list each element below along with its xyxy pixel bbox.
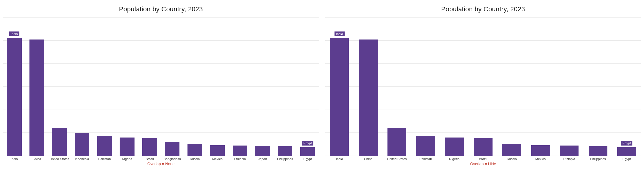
bar[interactable] <box>29 40 44 156</box>
bar[interactable] <box>502 144 521 156</box>
x-axis-label: Mexico <box>526 157 555 161</box>
bar-group <box>498 17 526 156</box>
x-axis-label: China <box>354 157 383 161</box>
bar-group <box>71 17 93 156</box>
bar-group <box>274 17 296 156</box>
bar-group: India <box>3 17 26 156</box>
bar[interactable] <box>255 146 270 156</box>
bar-group <box>584 17 612 156</box>
bar[interactable]: India <box>330 38 349 156</box>
bar-top-label: India <box>334 31 345 36</box>
bar[interactable] <box>165 142 179 156</box>
bar-group: Egypt <box>612 17 641 156</box>
x-axis-label: Bangladesh <box>161 157 184 161</box>
chart-right-overlap-label: Overlap = Hide <box>470 162 496 166</box>
bar[interactable] <box>531 145 550 156</box>
chart-right: Population by Country, 2023 IndiaEgypt I… <box>322 0 644 169</box>
bar-group: India <box>325 17 354 156</box>
bar[interactable] <box>474 138 493 156</box>
bar-group <box>440 17 469 156</box>
bar-group <box>469 17 498 156</box>
bar-group <box>48 17 71 156</box>
x-axis-label: Egypt <box>612 157 641 161</box>
x-axis-label: Brazil <box>469 157 498 161</box>
x-axis-label: Ethiopia <box>229 157 251 161</box>
x-axis-label: Egypt <box>296 157 319 161</box>
bar[interactable] <box>359 40 378 156</box>
x-axis-label: China <box>26 157 48 161</box>
chart-left: Population by Country, 2023 IndiaEgypt I… <box>0 0 322 169</box>
chart-left-overlap-label: Overlap = None <box>147 162 174 166</box>
x-axis-label: Indonesia <box>71 157 93 161</box>
x-axis-label: Brazil <box>138 157 161 161</box>
bar[interactable]: Egypt <box>300 147 315 156</box>
bar-top-label: India <box>9 31 19 36</box>
bar[interactable] <box>52 128 67 156</box>
x-axis-label: United States <box>383 157 412 161</box>
bar[interactable] <box>210 145 225 156</box>
bar-group <box>526 17 555 156</box>
bar[interactable] <box>445 138 464 156</box>
bar-group <box>26 17 48 156</box>
bar-group <box>93 17 116 156</box>
bar-top-label: Egypt <box>302 141 313 146</box>
x-axis-label: India <box>3 157 26 161</box>
bar[interactable] <box>97 136 112 156</box>
bar[interactable]: Egypt <box>617 147 636 156</box>
bar-group <box>383 17 412 156</box>
bar-group <box>138 17 161 156</box>
x-axis-label: United States <box>48 157 71 161</box>
chart-left-title: Population by Country, 2023 <box>119 5 203 13</box>
chart-right-bars-wrapper: IndiaEgypt <box>325 17 641 156</box>
bar[interactable] <box>589 146 607 156</box>
x-axis-label: Pakistan <box>411 157 440 161</box>
bar[interactable] <box>233 146 247 156</box>
bar[interactable] <box>416 136 435 156</box>
bar[interactable] <box>387 128 406 156</box>
bar[interactable] <box>75 133 89 156</box>
chart-right-area: IndiaEgypt IndiaChinaUnited StatesPakist… <box>325 17 641 161</box>
bar-group <box>116 17 138 156</box>
bar[interactable] <box>560 146 579 156</box>
bar[interactable] <box>120 138 134 156</box>
x-axis-label: Nigeria <box>440 157 469 161</box>
bar-group <box>206 17 229 156</box>
x-axis-label: Russia <box>498 157 526 161</box>
chart-left-bars-wrapper: IndiaEgypt <box>3 17 319 156</box>
x-axis-label: Philippines <box>584 157 612 161</box>
bar-group <box>251 17 274 156</box>
x-axis-label: Japan <box>251 157 274 161</box>
bar[interactable] <box>187 144 202 156</box>
bar-group <box>354 17 383 156</box>
bar-top-label: Egypt <box>621 141 632 146</box>
bar-group <box>161 17 184 156</box>
x-axis-label: Pakistan <box>93 157 116 161</box>
bar[interactable] <box>278 146 292 156</box>
bar[interactable] <box>142 138 157 156</box>
bar-group <box>555 17 584 156</box>
x-axis-label: Nigeria <box>116 157 138 161</box>
x-axis-label: Ethiopia <box>555 157 584 161</box>
bar-group: Egypt <box>296 17 319 156</box>
chart-right-bars: IndiaEgypt <box>325 17 641 156</box>
bar-group <box>411 17 440 156</box>
bar[interactable]: India <box>7 38 21 156</box>
x-axis-label: Mexico <box>206 157 229 161</box>
bar-group <box>184 17 206 156</box>
chart-left-xaxis: IndiaChinaUnited StatesIndonesiaPakistan… <box>3 157 319 161</box>
x-axis-label: Russia <box>184 157 206 161</box>
bar-group <box>229 17 251 156</box>
chart-left-area: IndiaEgypt IndiaChinaUnited StatesIndone… <box>3 17 319 161</box>
chart-right-xaxis: IndiaChinaUnited StatesPakistanNigeriaBr… <box>325 157 641 161</box>
chart-right-title: Population by Country, 2023 <box>441 5 525 13</box>
x-axis-label: Philippines <box>274 157 296 161</box>
chart-left-bars: IndiaEgypt <box>3 17 319 156</box>
x-axis-label: India <box>325 157 354 161</box>
